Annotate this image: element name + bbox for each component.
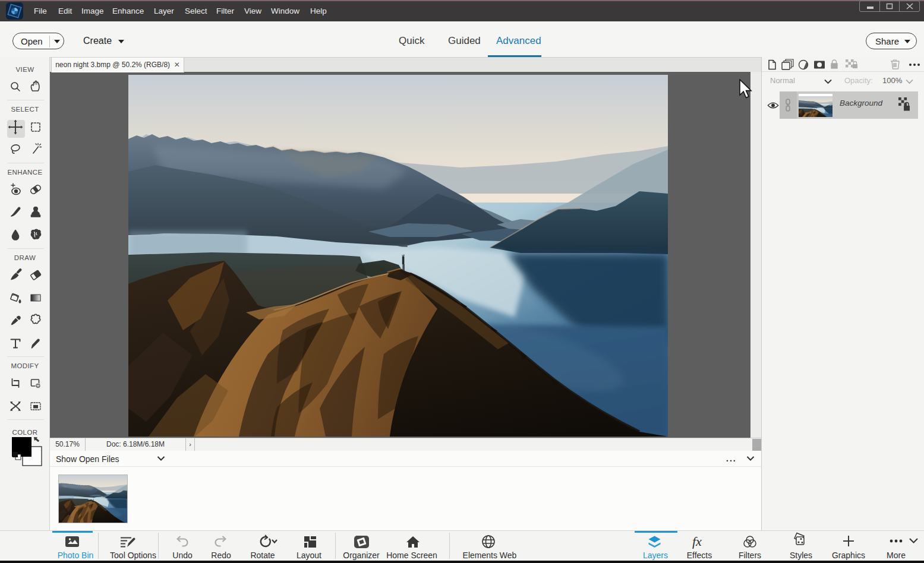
svg-text:fx: fx — [692, 534, 702, 549]
